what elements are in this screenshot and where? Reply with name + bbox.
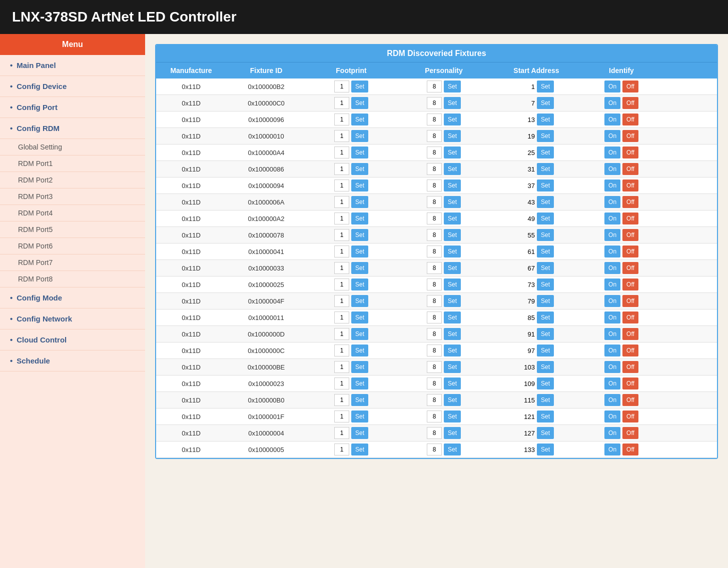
identify-off-button[interactable]: Off — [622, 262, 638, 274]
personality-input[interactable] — [427, 262, 442, 274]
identify-on-button[interactable]: On — [604, 229, 620, 241]
personality-set-button[interactable]: Set — [444, 196, 461, 208]
identify-off-button[interactable]: Off — [622, 394, 638, 406]
identify-off-button[interactable]: Off — [622, 427, 638, 439]
identify-on-button[interactable]: On — [604, 80, 620, 92]
sidebar-subitem-rdm-port2[interactable]: RDM Port2 — [0, 172, 145, 188]
identify-on-button[interactable]: On — [604, 97, 620, 109]
start-address-set-button[interactable]: Set — [537, 295, 554, 307]
personality-set-button[interactable]: Set — [444, 278, 461, 290]
footprint-input[interactable] — [334, 180, 349, 192]
identify-off-button[interactable]: Off — [622, 378, 638, 390]
sidebar-item-config-network[interactable]: Config Network — [0, 308, 145, 330]
start-address-set-button[interactable]: Set — [537, 278, 554, 290]
personality-input[interactable] — [427, 114, 442, 126]
footprint-set-button[interactable]: Set — [351, 180, 368, 192]
start-address-set-button[interactable]: Set — [537, 344, 554, 356]
personality-set-button[interactable]: Set — [444, 427, 461, 439]
sidebar-subitem-rdm-port8[interactable]: RDM Port8 — [0, 271, 145, 288]
identify-off-button[interactable]: Off — [622, 196, 638, 208]
identify-on-button[interactable]: On — [604, 328, 620, 340]
footprint-input[interactable] — [334, 212, 349, 224]
identify-on-button[interactable]: On — [604, 394, 620, 406]
identify-on-button[interactable]: On — [604, 344, 620, 356]
footprint-set-button[interactable]: Set — [351, 114, 368, 126]
identify-on-button[interactable]: On — [604, 246, 620, 258]
footprint-set-button[interactable]: Set — [351, 444, 368, 456]
start-address-set-button[interactable]: Set — [537, 444, 554, 456]
sidebar-item-config-port[interactable]: Config Port — [0, 97, 145, 118]
footprint-set-button[interactable]: Set — [351, 328, 368, 340]
footprint-input[interactable] — [334, 295, 349, 307]
personality-set-button[interactable]: Set — [444, 246, 461, 258]
start-address-set-button[interactable]: Set — [537, 378, 554, 390]
footprint-set-button[interactable]: Set — [351, 246, 368, 258]
start-address-set-button[interactable]: Set — [537, 114, 554, 126]
sidebar-subitem-rdm-port6[interactable]: RDM Port6 — [0, 238, 145, 254]
identify-off-button[interactable]: Off — [622, 344, 638, 356]
footprint-set-button[interactable]: Set — [351, 97, 368, 109]
footprint-input[interactable] — [334, 229, 349, 241]
identify-on-button[interactable]: On — [604, 146, 620, 158]
sidebar-subitem-rdm-port1[interactable]: RDM Port1 — [0, 156, 145, 172]
identify-on-button[interactable]: On — [604, 427, 620, 439]
footprint-input[interactable] — [334, 378, 349, 390]
start-address-set-button[interactable]: Set — [537, 196, 554, 208]
personality-set-button[interactable]: Set — [444, 97, 461, 109]
personality-input[interactable] — [427, 344, 442, 356]
personality-set-button[interactable]: Set — [444, 229, 461, 241]
footprint-set-button[interactable]: Set — [351, 295, 368, 307]
sidebar-item-main-panel[interactable]: Main Panel — [0, 55, 145, 76]
footprint-set-button[interactable]: Set — [351, 262, 368, 274]
identify-on-button[interactable]: On — [604, 212, 620, 224]
personality-input[interactable] — [427, 427, 442, 439]
start-address-set-button[interactable]: Set — [537, 361, 554, 373]
identify-off-button[interactable]: Off — [622, 410, 638, 422]
personality-set-button[interactable]: Set — [444, 361, 461, 373]
sidebar-item-cloud-control[interactable]: Cloud Control — [0, 330, 145, 350]
personality-input[interactable] — [427, 312, 442, 324]
personality-input[interactable] — [427, 361, 442, 373]
personality-set-button[interactable]: Set — [444, 344, 461, 356]
footprint-input[interactable] — [334, 196, 349, 208]
footprint-set-button[interactable]: Set — [351, 229, 368, 241]
personality-input[interactable] — [427, 394, 442, 406]
footprint-input[interactable] — [334, 444, 349, 456]
footprint-set-button[interactable]: Set — [351, 394, 368, 406]
personality-set-button[interactable]: Set — [444, 328, 461, 340]
footprint-input[interactable] — [334, 312, 349, 324]
sidebar-item-config-mode[interactable]: Config Mode — [0, 288, 145, 308]
footprint-input[interactable] — [334, 163, 349, 175]
personality-input[interactable] — [427, 246, 442, 258]
personality-set-button[interactable]: Set — [444, 410, 461, 422]
footprint-set-button[interactable]: Set — [351, 80, 368, 92]
start-address-set-button[interactable]: Set — [537, 146, 554, 158]
identify-on-button[interactable]: On — [604, 312, 620, 324]
identify-off-button[interactable]: Off — [622, 361, 638, 373]
identify-on-button[interactable]: On — [604, 278, 620, 290]
sidebar-item-config-device[interactable]: Config Device — [0, 76, 145, 97]
sidebar-subitem-rdm-port7[interactable]: RDM Port7 — [0, 254, 145, 271]
footprint-set-button[interactable]: Set — [351, 344, 368, 356]
footprint-set-button[interactable]: Set — [351, 146, 368, 158]
start-address-set-button[interactable]: Set — [537, 427, 554, 439]
sidebar-item-schedule[interactable]: Schedule — [0, 350, 145, 372]
personality-input[interactable] — [427, 146, 442, 158]
identify-on-button[interactable]: On — [604, 444, 620, 456]
footprint-input[interactable] — [334, 361, 349, 373]
identify-on-button[interactable]: On — [604, 378, 620, 390]
personality-input[interactable] — [427, 295, 442, 307]
footprint-input[interactable] — [334, 344, 349, 356]
footprint-set-button[interactable]: Set — [351, 361, 368, 373]
identify-off-button[interactable]: Off — [622, 97, 638, 109]
footprint-input[interactable] — [334, 278, 349, 290]
footprint-input[interactable] — [334, 97, 349, 109]
sidebar-subitem-global-setting[interactable]: Global Setting — [0, 139, 145, 156]
identify-on-button[interactable]: On — [604, 410, 620, 422]
personality-input[interactable] — [427, 163, 442, 175]
identify-on-button[interactable]: On — [604, 262, 620, 274]
personality-input[interactable] — [427, 410, 442, 422]
start-address-set-button[interactable]: Set — [537, 80, 554, 92]
identify-off-button[interactable]: Off — [622, 146, 638, 158]
footprint-input[interactable] — [334, 130, 349, 142]
